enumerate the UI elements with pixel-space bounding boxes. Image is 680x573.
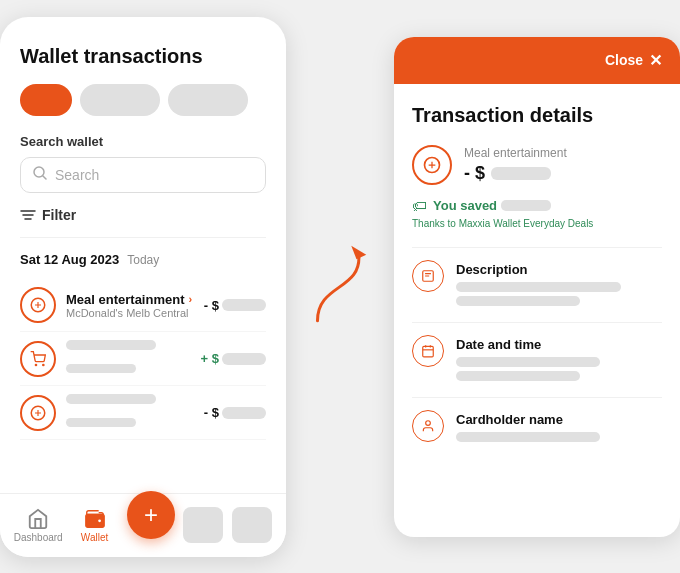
description-pill-2 <box>456 296 580 306</box>
phone-content: Wallet transactions Search wallet Search <box>0 17 286 493</box>
cardholder-label: Cardholder name <box>456 412 662 427</box>
nav-item-dashboard[interactable]: Dashboard <box>14 508 62 543</box>
transaction-item-2[interactable]: + $ <box>20 332 266 386</box>
datetime-pill-1 <box>456 357 600 367</box>
nav-placeholder-1 <box>183 507 223 543</box>
arrow-svg <box>310 222 370 352</box>
transaction-item-1[interactable]: Meal entertainment › McDonald's Melb Cen… <box>20 279 266 332</box>
detail-info-description: Description <box>456 260 662 310</box>
thanks-text: Thanks to Maxxia Wallet Everyday Deals <box>412 218 662 229</box>
today-badge: Today <box>127 253 159 267</box>
panel-divider-2 <box>412 322 662 323</box>
summary-amount-pill <box>491 167 551 180</box>
summary-amount: - $ <box>464 163 662 184</box>
detail-row-datetime: Date and time <box>412 335 662 385</box>
left-phone: Wallet transactions Search wallet Search <box>0 17 286 557</box>
tx-icon-meal <box>20 287 56 323</box>
detail-info-cardholder: Cardholder name <box>456 410 662 446</box>
amount-pill-2 <box>222 353 266 365</box>
svg-point-7 <box>43 364 44 365</box>
filter-label: Filter <box>42 207 76 223</box>
description-pill-1 <box>456 282 621 292</box>
svg-rect-9 <box>85 514 103 527</box>
filter-row[interactable]: Filter <box>20 207 266 223</box>
right-panel: Close ✕ Transaction details Meal enterta… <box>394 37 680 537</box>
cardholder-icon <box>412 410 444 442</box>
tx-icon-meal-3 <box>20 395 56 431</box>
date-text: Sat 12 Aug 2023 <box>20 252 119 267</box>
amount-pill-3 <box>222 407 266 419</box>
panel-divider-1 <box>412 247 662 248</box>
svg-marker-11 <box>351 245 366 259</box>
search-box[interactable]: Search <box>20 157 266 193</box>
detail-row-description: Description <box>412 260 662 310</box>
svg-point-6 <box>35 364 36 365</box>
search-wallet-label: Search wallet <box>20 134 266 149</box>
datetime-label: Date and time <box>456 337 662 352</box>
tx-name-1: Meal entertainment › <box>66 292 194 307</box>
tx-amount-1: - $ <box>204 298 266 313</box>
divider-top <box>20 237 266 239</box>
tx-name-pill-2 <box>66 340 156 350</box>
arrow-container <box>310 227 370 347</box>
tx-info-1: Meal entertainment › McDonald's Melb Cen… <box>66 292 194 319</box>
filter-icon <box>20 208 36 222</box>
panel-header: Close ✕ <box>394 37 680 84</box>
nav-dashboard-label: Dashboard <box>14 532 63 543</box>
close-label: Close <box>605 52 643 68</box>
summary-meal-icon <box>412 145 452 185</box>
dashboard-icon <box>27 508 49 530</box>
nav-placeholder-2 <box>232 507 272 543</box>
summary-merchant: Meal entertainment <box>464 146 662 160</box>
nav-item-wallet[interactable]: Wallet <box>71 508 119 543</box>
detail-info-datetime: Date and time <box>456 335 662 385</box>
close-icon[interactable]: ✕ <box>649 51 662 70</box>
search-icon <box>33 166 47 184</box>
svg-line-1 <box>43 176 46 179</box>
datetime-pill-2 <box>456 371 580 381</box>
pill-active[interactable] <box>20 84 72 116</box>
tx-sub-pill-2 <box>66 364 136 373</box>
fab-plus-icon: + <box>144 501 158 529</box>
tx-info-3 <box>66 394 194 431</box>
tx-sub-pill-3 <box>66 418 136 427</box>
datetime-icon <box>412 335 444 367</box>
bottom-nav: Dashboard Wallet + <box>0 493 286 557</box>
svg-rect-14 <box>423 346 434 357</box>
wallet-icon <box>84 508 106 530</box>
pill-inactive-2[interactable] <box>168 84 248 116</box>
panel-body: Transaction details Meal entertainment -… <box>394 84 680 537</box>
nav-wallet-label: Wallet <box>81 532 108 543</box>
transaction-item-3[interactable]: - $ <box>20 386 266 440</box>
panel-title: Transaction details <box>412 104 662 127</box>
saved-row: 🏷 You saved <box>412 197 662 214</box>
search-placeholder: Search <box>55 167 99 183</box>
tx-amount-3: - $ <box>204 405 266 420</box>
tx-sub-1: McDonald's Melb Central <box>66 307 194 319</box>
date-row: Sat 12 Aug 2023 Today <box>20 252 266 267</box>
tx-amount-2: + $ <box>201 351 266 366</box>
fab-add-button[interactable]: + <box>127 491 175 539</box>
pill-inactive-1[interactable] <box>80 84 160 116</box>
cardholder-pill-1 <box>456 432 600 442</box>
description-label: Description <box>456 262 662 277</box>
detail-row-cardholder: Cardholder name <box>412 410 662 446</box>
summary-info: Meal entertainment - $ <box>464 146 662 184</box>
saved-label: You saved <box>433 198 551 213</box>
svg-point-18 <box>426 420 431 425</box>
summary-row: Meal entertainment - $ <box>412 145 662 185</box>
pill-row <box>20 84 266 116</box>
description-icon <box>412 260 444 292</box>
tag-icon: 🏷 <box>412 197 427 214</box>
svg-point-10 <box>98 519 101 522</box>
tx-info-2 <box>66 340 191 377</box>
wallet-title: Wallet transactions <box>20 45 266 68</box>
tx-name-pill-3 <box>66 394 156 404</box>
panel-divider-3 <box>412 397 662 398</box>
tx-icon-cart <box>20 341 56 377</box>
amount-pill-1 <box>222 299 266 311</box>
saved-amount-pill <box>501 200 551 211</box>
